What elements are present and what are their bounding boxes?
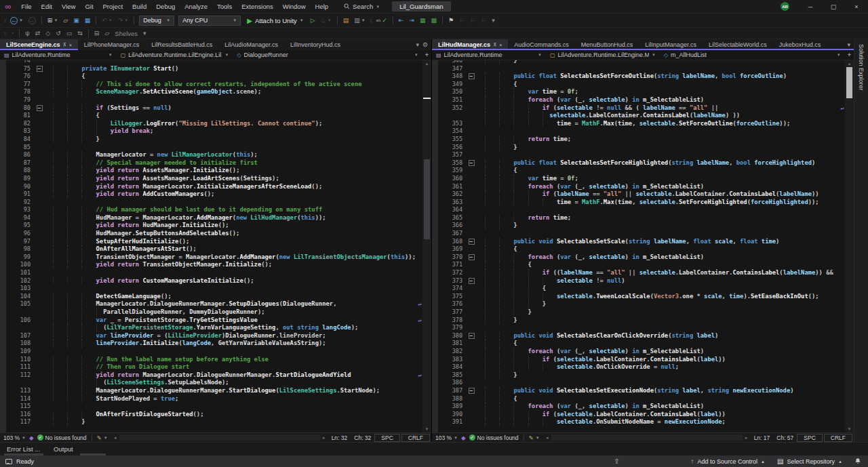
issues-indicator[interactable]: ✓No issues found — [34, 433, 90, 442]
scroll-right-icon[interactable]: ► — [743, 436, 751, 440]
code-line[interactable]: 383 if (selectable.LabelContainer.Contai… — [432, 356, 845, 364]
code-line[interactable]: 385 } — [432, 371, 845, 380]
code-line[interactable]: 99 TransientObjectManager = ManagerLocat… — [0, 253, 422, 262]
scroll-left-icon[interactable]: ◄ — [111, 436, 119, 440]
code-line[interactable]: 352 if (selectable != null && ( labelNam… — [432, 104, 845, 113]
solution-explorer-strip[interactable]: Solution Explorer — [854, 39, 868, 442]
breadcrumb-segment-1[interactable]: ▢LilAdventure.Runtime.LilEngine.Managers… — [546, 52, 660, 58]
pin-icon[interactable]: ⊼ — [63, 42, 66, 47]
close-button[interactable]: × — [845, 0, 868, 14]
sync-with-active-document-icon[interactable]: ▤ — [340, 14, 352, 27]
compare-icon[interactable]: ⇄ — [33, 28, 43, 39]
menu-file[interactable]: File — [16, 0, 36, 13]
code-line[interactable]: 116 OnAfterFirstDialogueStarted(); — [0, 411, 422, 419]
code-line[interactable]: 363 time = MathF.Max(time, selectable.Se… — [432, 199, 845, 207]
code-line[interactable]: 115 — [0, 403, 422, 411]
code-line[interactable]: 354 — [432, 127, 845, 136]
code-line[interactable]: selectable.LabelContainer.ContainsLabel(… — [432, 112, 845, 120]
hot-reload-icon[interactable]: ♨▼ — [318, 14, 334, 27]
search-box[interactable]: Search ▼ — [344, 3, 380, 10]
menu-extensions[interactable]: Extensions — [237, 0, 277, 13]
code-line[interactable]: 88 yield return AssetsManager.Initialize… — [0, 167, 422, 175]
select-repository-button[interactable]: ▤ Select Repository ▲ — [771, 458, 848, 465]
code-line[interactable]: 370− foreach (var (_, selectable) in m_S… — [432, 253, 845, 262]
code-line[interactable]: 87 // Special manager needed to initiali… — [0, 159, 422, 167]
fold-collapse-icon[interactable]: − — [469, 278, 475, 284]
navigate-forward-alt-icon[interactable]: ⇥ — [406, 14, 417, 27]
code-line[interactable]: 103 — [0, 285, 422, 293]
code-line[interactable]: 92 — [0, 199, 422, 207]
minimize-button[interactable]: ─ — [799, 0, 822, 14]
code-line[interactable]: 367 — [432, 230, 845, 238]
undo-icon[interactable]: ↶▼ — [99, 14, 115, 27]
code-line[interactable]: 361 foreach (var (_, selectable) in m_Se… — [432, 183, 845, 191]
code-line[interactable]: 98 OnAfterAllManagersAtStart(); — [0, 245, 422, 253]
scrollbar-thumb[interactable] — [424, 159, 430, 239]
line-indicator[interactable]: Ln: 17 — [751, 433, 774, 442]
code-line[interactable]: 376 } — [432, 300, 845, 308]
open-file-icon[interactable]: ▱ — [60, 14, 71, 27]
code-line[interactable]: 368− public void SelectablesSetScale(str… — [432, 238, 845, 246]
column-indicator[interactable]: Ch: 57 — [773, 433, 797, 442]
space-mode-indicator[interactable]: SPC — [374, 434, 399, 442]
solution-platforms-dropdown[interactable]: Any CPU▼ — [178, 16, 241, 26]
navigate-backward-alt-icon[interactable]: ⇤ — [396, 14, 407, 27]
code-line[interactable]: 378 } — [432, 317, 845, 325]
stash-icon[interactable]: ▭ — [64, 28, 75, 39]
code-line[interactable]: 82 LilLogger.LogError("Missing LilSettin… — [0, 120, 422, 128]
fold-collapse-icon[interactable]: − — [469, 333, 475, 339]
menu-git[interactable]: Git — [80, 0, 98, 13]
code-line[interactable]: 106 var _ = PersistentStorage.TryGetSett… — [0, 317, 422, 325]
code-line[interactable]: 81 { — [0, 112, 422, 120]
history-icon[interactable]: ◔ — [7, 28, 16, 39]
code-line[interactable]: 353 time = MathF.Max(time, selectable.Se… — [432, 120, 845, 128]
code-line[interactable]: 105 ManagerLocator.DialogueRunnerManager… — [0, 300, 422, 308]
code-line[interactable]: 76 { — [0, 73, 422, 81]
code-line[interactable]: 346 } — [432, 60, 845, 65]
horizontal-scrollbar[interactable]: ◄► — [111, 433, 328, 442]
code-line[interactable]: 377 } — [432, 308, 845, 317]
code-line[interactable]: 112 yield return ManagerLocator.Dialogue… — [0, 371, 422, 380]
uncomment-selection-icon[interactable]: ▩ — [428, 14, 439, 27]
feedback-icon[interactable] — [5, 459, 12, 464]
menu-debug[interactable]: Debug — [151, 0, 180, 13]
toolbar-options-icon[interactable]: ▾ — [489, 14, 498, 27]
code-line[interactable]: 83 yield break; — [0, 127, 422, 136]
code-line[interactable]: 90 yield return ManagerLocator.Initializ… — [0, 183, 422, 191]
menu-project[interactable]: Project — [98, 0, 128, 13]
code-line[interactable]: 364 — [432, 206, 845, 214]
toggle-bookmark-icon[interactable]: ⚑ — [446, 14, 456, 27]
pin-icon[interactable]: ⊼ — [493, 42, 496, 47]
notifications-bell-icon[interactable] — [848, 458, 863, 465]
vertical-scrollbar[interactable]: ▲▼ — [845, 60, 854, 432]
prev-bookmark-icon[interactable]: ⚐ — [456, 14, 467, 27]
gear-icon[interactable]: ⚙ — [422, 41, 428, 48]
save-all-icon[interactable]: ▦ — [82, 14, 94, 27]
tab-output[interactable]: Output — [47, 445, 80, 453]
code-line[interactable]: 94 HudManager = ManagerLocator.AddManage… — [0, 214, 422, 222]
avatar[interactable]: AR — [781, 2, 789, 11]
shelves-options-icon[interactable]: ▾ — [140, 28, 149, 39]
code-line[interactable]: 372 if ((labelName == "all" || selectabl… — [432, 269, 845, 277]
code-line[interactable]: 369 { — [432, 245, 845, 253]
code-line[interactable]: 89 yield return AssetsManager.LoadArtSce… — [0, 175, 422, 183]
code-line[interactable]: 387− public void SelectablesSetExecution… — [432, 387, 845, 395]
code-line[interactable]: 350 var time = 0f; — [432, 88, 845, 96]
code-line[interactable]: 373− selectable != null) — [432, 277, 845, 285]
code-editor-right[interactable]: 346 }347348− public float SelectablesSet… — [432, 60, 854, 432]
scrollbar-track[interactable] — [551, 434, 743, 441]
split-editor-icon[interactable]: + — [848, 52, 851, 58]
code-line[interactable]: 384 selectable.OnClickOverride = null; — [432, 363, 845, 371]
tab-error-list[interactable]: Error List ... — [0, 445, 47, 453]
next-bookmark-icon[interactable]: ⚐ — [467, 14, 478, 27]
code-line[interactable]: 357 — [432, 151, 845, 159]
code-line[interactable]: 108 lineProvider.Initialize(langCode, Ge… — [0, 340, 422, 348]
zoom-level[interactable]: 103 %▼ — [0, 433, 29, 442]
code-line[interactable]: 389 foreach (var (_, selectable) in m_Se… — [432, 403, 845, 411]
breadcrumb-segment-0[interactable]: ▤LilAdventure.Runtime▼ — [0, 52, 117, 58]
code-line[interactable]: 359 { — [432, 167, 845, 175]
zoom-level[interactable]: 103 %▼ — [432, 433, 461, 442]
lock-icon[interactable]: ⊟ — [92, 28, 102, 39]
split-editor-icon[interactable]: + — [425, 52, 429, 58]
menu-tools[interactable]: Tools — [212, 0, 237, 13]
